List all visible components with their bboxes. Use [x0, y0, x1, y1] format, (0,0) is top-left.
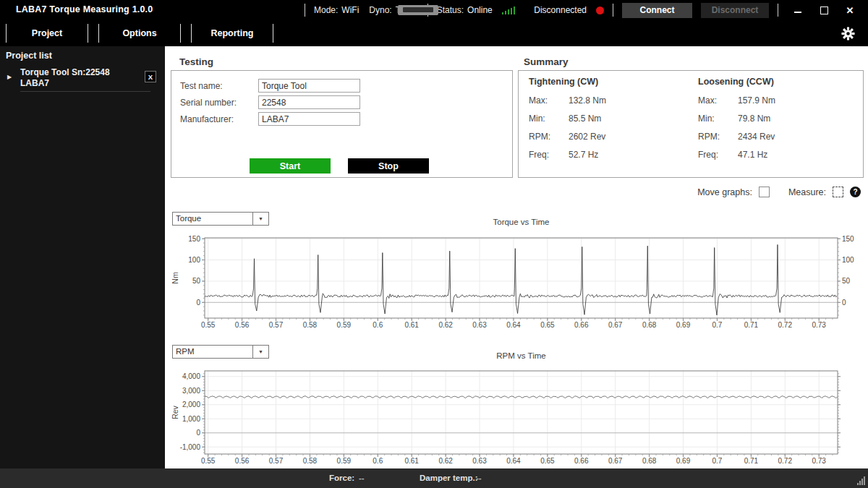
svg-text:Rev: Rev	[171, 405, 179, 419]
summary-panel: Tightening (CW) Max:132.8 Nm Min:85.5 Nm…	[518, 70, 864, 178]
svg-text:-1,000: -1,000	[180, 443, 201, 451]
testing-section-title: Testing	[179, 56, 213, 67]
svg-text:0.69: 0.69	[676, 457, 691, 465]
cw-freq-value: 52.7 Hz	[569, 150, 598, 160]
serial-number-field[interactable]	[258, 95, 360, 109]
status-value: Online	[467, 5, 493, 15]
help-icon[interactable]: ?	[850, 187, 861, 197]
stop-button[interactable]: Stop	[348, 158, 429, 174]
title-bar: LABA7 Torque Measuring 1.0.0 Mode: WiFi …	[0, 0, 868, 20]
svg-text:0.61: 0.61	[404, 457, 419, 465]
dyno-label: Dyno:	[369, 5, 391, 15]
dyno-indicator: Dyno: Tool 1	[369, 5, 418, 15]
svg-text:0.66: 0.66	[574, 457, 589, 465]
ccw-min-value: 79.8 Nm	[738, 114, 770, 124]
cw-freq-label: Freq:	[529, 150, 569, 160]
svg-text:0.68: 0.68	[642, 457, 657, 465]
damper-temp-label: Damper temp.:	[420, 468, 478, 488]
cw-max-value: 132.8 Nm	[569, 95, 606, 106]
svg-text:0.57: 0.57	[269, 457, 284, 465]
dyno-selector-artifact	[398, 5, 438, 15]
mode-indicator: Mode: WiFi	[314, 5, 359, 15]
disconnect-button[interactable]: Disconnect	[701, 3, 769, 18]
measure-checkbox[interactable]	[833, 187, 843, 197]
start-button[interactable]: Start	[250, 158, 331, 174]
minimize-icon[interactable]	[790, 2, 806, 18]
tightening-header: Tightening (CW)	[529, 77, 606, 87]
svg-text:0.71: 0.71	[744, 457, 759, 465]
connect-button[interactable]: Connect	[622, 3, 692, 18]
force-value: --	[359, 468, 365, 488]
rpm-vs-time-chart[interactable]: 0.550.560.570.580.590.60.610.620.630.640…	[171, 365, 867, 468]
torque-chart-title: Torque vs Time	[205, 218, 838, 226]
app-window: LABA7 Torque Measuring 1.0.0 Mode: WiFi …	[0, 0, 868, 488]
expand-arrow-icon[interactable]: ▶	[7, 74, 12, 80]
project-item-line1: Torque Tool Sn:22548	[20, 67, 110, 78]
svg-text:4,000: 4,000	[182, 372, 200, 380]
svg-text:0.73: 0.73	[812, 457, 826, 465]
move-graphs-checkbox[interactable]	[759, 187, 770, 197]
svg-text:0.59: 0.59	[337, 457, 352, 465]
tab-reporting[interactable]: Reporting	[191, 24, 273, 43]
connection-indicator: Disconnected	[534, 5, 604, 15]
cw-rpm-label: RPM:	[529, 132, 569, 142]
svg-text:0.62: 0.62	[438, 321, 453, 329]
svg-text:0.68: 0.68	[642, 321, 657, 329]
signal-strength-icon	[502, 6, 516, 14]
svg-text:0.58: 0.58	[303, 457, 318, 465]
project-list-item[interactable]: Torque Tool Sn:22548 LABA7	[20, 67, 110, 89]
serial-number-label: Serial number:	[180, 98, 237, 108]
svg-text:0.72: 0.72	[778, 457, 793, 465]
window-controls: ✕	[790, 2, 858, 18]
tab-options[interactable]: Options	[98, 24, 181, 43]
svg-text:1,000: 1,000	[182, 415, 200, 423]
svg-text:0: 0	[842, 299, 846, 307]
cw-min-value: 85.5 Nm	[569, 114, 601, 124]
project-list-header: Project list	[6, 51, 52, 61]
force-label: Force:	[329, 468, 354, 488]
main-content: Testing Test name: Serial number: Manufa…	[165, 46, 868, 468]
summary-section-title: Summary	[524, 56, 569, 67]
svg-text:0.64: 0.64	[506, 321, 521, 329]
svg-text:0.7: 0.7	[712, 321, 722, 329]
torque-vs-time-chart[interactable]: 0.550.560.570.580.590.60.610.620.630.640…	[171, 230, 867, 337]
svg-text:0.69: 0.69	[676, 321, 691, 329]
svg-text:50: 50	[192, 277, 201, 285]
svg-text:50: 50	[842, 277, 851, 285]
svg-text:0.64: 0.64	[506, 457, 521, 465]
maximize-icon[interactable]	[816, 2, 832, 18]
svg-text:0.59: 0.59	[337, 321, 352, 329]
svg-text:0.55: 0.55	[201, 457, 216, 465]
test-name-field[interactable]	[258, 79, 360, 93]
close-icon[interactable]: ✕	[842, 2, 858, 18]
svg-text:0.55: 0.55	[201, 321, 216, 329]
test-name-label: Test name:	[180, 81, 223, 91]
move-graphs-label: Move graphs:	[697, 187, 752, 197]
resize-grip[interactable]	[857, 476, 865, 485]
svg-text:0.67: 0.67	[608, 321, 623, 329]
connection-text: Disconnected	[534, 5, 587, 15]
project-close-button[interactable]: X	[145, 71, 156, 82]
svg-text:Nm: Nm	[171, 272, 179, 284]
svg-text:0.56: 0.56	[235, 321, 250, 329]
title-bar-right: Mode: WiFi Dyno: Tool 1 Status: Online D…	[296, 0, 864, 20]
manufacturer-field[interactable]	[258, 112, 360, 126]
svg-text:0.66: 0.66	[574, 321, 589, 329]
svg-text:0.57: 0.57	[269, 321, 284, 329]
testing-panel: Test name: Serial number: Manufacturer: …	[171, 70, 513, 178]
damper-temp-value: --	[476, 468, 482, 488]
tab-project[interactable]: Project	[6, 24, 88, 43]
gear-icon[interactable]	[841, 27, 855, 43]
svg-text:0.7: 0.7	[712, 457, 722, 465]
svg-text:0.67: 0.67	[608, 457, 623, 465]
svg-text:0.65: 0.65	[540, 457, 555, 465]
manufacturer-label: Manufacturer:	[180, 114, 234, 124]
ccw-max-label: Max:	[698, 95, 738, 106]
svg-text:100: 100	[842, 256, 854, 264]
svg-text:0.63: 0.63	[472, 321, 487, 329]
cw-min-label: Min:	[529, 114, 569, 124]
loosening-header: Loosening (CCW)	[698, 77, 775, 87]
svg-text:0.63: 0.63	[472, 457, 487, 465]
app-title: LABA7 Torque Measuring 1.0.0	[16, 4, 153, 14]
cw-max-label: Max:	[529, 95, 569, 106]
